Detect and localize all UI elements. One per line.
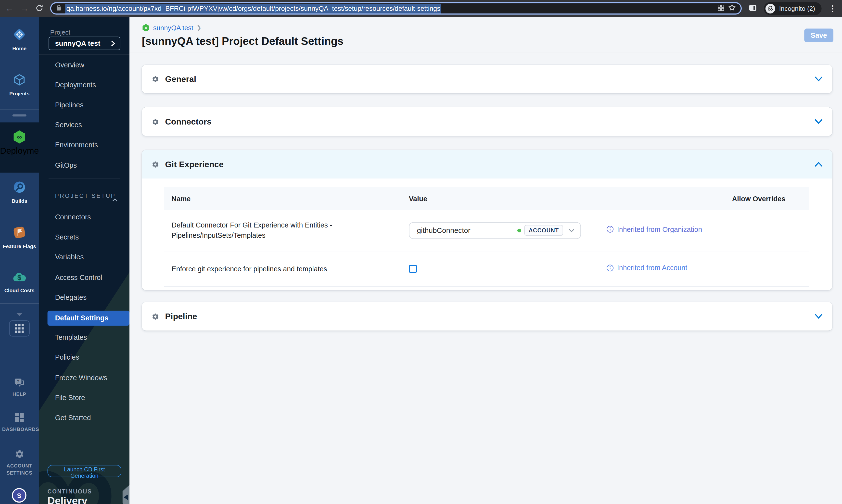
reload-icon[interactable] <box>36 4 43 13</box>
home-icon <box>13 28 26 41</box>
scope-badge: ACCOUNT <box>524 225 563 236</box>
rail-item-feature-flags[interactable]: Feature Flags <box>0 226 39 249</box>
rail-collapsed-modules-dash[interactable] <box>13 114 26 116</box>
side-panel-icon[interactable] <box>749 3 757 13</box>
chevron-up-icon[interactable] <box>814 162 823 167</box>
chevron-right-icon <box>111 40 115 46</box>
sidebar-item-services[interactable]: Services <box>55 121 82 129</box>
cloud-costs-icon: $ <box>12 271 27 284</box>
chevron-down-icon[interactable] <box>814 314 823 319</box>
svg-text:?: ? <box>17 379 19 384</box>
section-general-header[interactable]: General <box>142 65 832 93</box>
sidebar-section-divider <box>49 178 120 178</box>
setting-name: Default Connector For Git Experience wit… <box>172 220 361 241</box>
sidebar-item-default-settings-active[interactable]: Default Settings <box>48 311 129 326</box>
table-row: Default Connector For Git Experience wit… <box>164 210 809 251</box>
projects-icon <box>13 73 26 87</box>
rail-divider <box>0 110 39 110</box>
incognito-badge[interactable]: Incognito (2) <box>764 2 822 15</box>
all-modules-button[interactable] <box>9 320 30 337</box>
svg-text:∞: ∞ <box>17 133 22 141</box>
lock-icon <box>56 3 61 13</box>
inherited-from-organization-link[interactable]: Inherited from Organization <box>606 225 702 233</box>
chevron-down-icon <box>569 229 574 232</box>
table-row: Enforce git experience for pipelines and… <box>164 251 809 287</box>
help-icon: ? <box>14 378 25 387</box>
sidebar-item-policies[interactable]: Policies <box>55 353 79 361</box>
section-git-experience: Git Experience Name Value Allow Override… <box>142 150 832 290</box>
section-pipeline-header[interactable]: Pipeline <box>142 302 832 331</box>
column-header-allow-overrides: Allow Overrides <box>732 194 785 202</box>
enforce-git-experience-checkbox[interactable] <box>409 265 417 273</box>
section-general: General <box>142 65 832 93</box>
module-name: Delivery <box>48 495 88 504</box>
module-kicker: CONTINUOUS <box>48 488 92 494</box>
rail-item-projects[interactable]: Projects <box>0 73 39 96</box>
chevron-down-icon <box>15 312 24 317</box>
sidebar-item-templates[interactable]: Templates <box>55 334 87 341</box>
rail-item-deployments-selected[interactable]: ∞ Deployments <box>0 122 39 173</box>
forward-icon[interactable]: → <box>21 4 29 13</box>
sidebar-item-environments[interactable]: Environments <box>55 141 98 149</box>
sidebar-item-connectors[interactable]: Connectors <box>55 213 91 221</box>
chevron-down-icon[interactable] <box>814 119 823 124</box>
default-connector-select[interactable]: githubConnector ACCOUNT <box>409 222 581 238</box>
setting-name: Enforce git experience for pipelines and… <box>172 264 361 274</box>
rail-item-dashboards[interactable]: DASHBOARDS <box>0 413 39 433</box>
incognito-icon <box>766 3 775 13</box>
rail-item-home[interactable]: Home <box>0 28 39 51</box>
sidebar-item-get-started[interactable]: Get Started <box>55 414 91 421</box>
browser-menu-icon[interactable]: ⋮ <box>828 3 837 13</box>
section-title: Git Experience <box>165 159 223 169</box>
section-connectors: Connectors <box>142 107 832 136</box>
section-connectors-header[interactable]: Connectors <box>142 107 832 136</box>
svg-text:∞: ∞ <box>144 26 147 30</box>
screen: ← → qa.harness.io/ng/account/px7xd_BFRCi… <box>0 0 842 504</box>
git-settings-table: Name Value Allow Overrides Default Conne… <box>142 178 832 290</box>
sidebar-item-pipelines[interactable]: Pipelines <box>55 101 83 109</box>
sidebar-item-access-control[interactable]: Access Control <box>55 273 102 282</box>
sidebar-item-delegates[interactable]: Delegates <box>55 293 87 302</box>
sidebar-item-deployments[interactable]: Deployments <box>55 81 96 89</box>
rail-scroll-chevron[interactable] <box>0 310 39 319</box>
section-pipeline: Pipeline <box>142 302 832 331</box>
project-sidebar: ∞ Project sunnyQA test Overview Deployme… <box>39 17 129 504</box>
url-text[interactable]: qa.harness.io/ng/account/px7xd_BFRCi-pfW… <box>65 3 441 13</box>
page-title: [sunnyQA test] Project Default Settings <box>142 35 834 48</box>
rail-item-account-settings[interactable]: ACCOUNT SETTINGS <box>0 449 39 476</box>
tab-groups-icon[interactable] <box>718 3 725 13</box>
launch-cd-first-gen-button[interactable]: Launch CD First Generation <box>48 465 121 477</box>
breadcrumb-project-link[interactable]: sunnyQA test <box>153 24 194 32</box>
chevron-down-icon[interactable] <box>814 76 823 82</box>
save-button[interactable]: Save <box>804 29 834 42</box>
feature-flags-icon <box>13 226 26 239</box>
url-bar[interactable]: qa.harness.io/ng/account/px7xd_BFRCi-pfW… <box>50 2 742 15</box>
sidebar-item-file-store[interactable]: File Store <box>55 394 85 402</box>
bookmark-star-icon[interactable] <box>729 3 736 13</box>
rail-item-help[interactable]: ? HELP <box>0 378 39 398</box>
back-icon[interactable]: ← <box>5 4 14 13</box>
cd-module-icon: ∞ <box>142 24 150 32</box>
rail-item-cloud-costs[interactable]: $ Cloud Costs <box>0 271 39 293</box>
module-rail: Home Projects ∞ Deployments Builds Featu… <box>0 17 39 504</box>
sidebar-item-secrets[interactable]: Secrets <box>55 233 79 241</box>
column-header-value: Value <box>409 194 732 202</box>
chevron-up-icon[interactable] <box>112 194 118 204</box>
page-header: ∞ sunnyQA test ❯ [sunnyQA test] Project … <box>129 17 842 52</box>
inherited-from-account-link[interactable]: Inherited from Account <box>606 264 687 272</box>
collapse-arrow-icon <box>123 494 128 500</box>
project-setup-header[interactable]: PROJECT SETUP <box>55 193 116 199</box>
gear-icon <box>151 118 159 126</box>
sidebar-item-freeze-windows[interactable]: Freeze Windows <box>55 374 107 382</box>
sidebar-item-gitops[interactable]: GitOps <box>55 161 77 169</box>
sidebar-item-variables[interactable]: Variables <box>55 253 84 261</box>
gear-icon <box>151 75 159 83</box>
connector-value: githubConnector <box>417 226 517 234</box>
sidebar-item-overview[interactable]: Overview <box>55 61 84 69</box>
project-selector[interactable]: sunnyQA test <box>49 37 120 50</box>
sidebar-divider <box>39 54 129 55</box>
user-avatar[interactable]: S <box>12 488 26 503</box>
main-area: ∞ sunnyQA test ❯ [sunnyQA test] Project … <box>129 17 842 504</box>
rail-item-builds[interactable]: Builds <box>0 180 39 204</box>
section-git-experience-header[interactable]: Git Experience <box>142 150 832 179</box>
